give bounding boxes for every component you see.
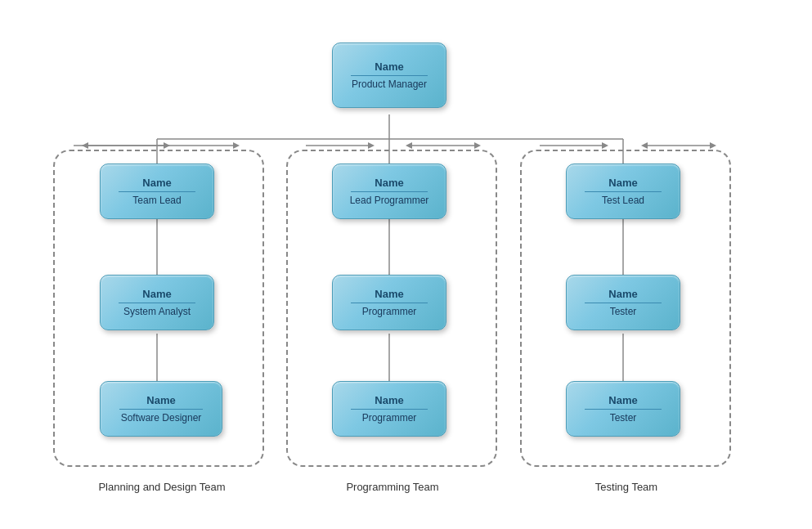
product-manager-node[interactable]: Name Product Manager (332, 43, 446, 108)
system-analyst-role: System Analyst (123, 306, 191, 317)
svg-marker-23 (602, 142, 608, 149)
team-lead-role: Team Lead (132, 195, 181, 206)
programmer2-role: Programmer (362, 412, 417, 424)
node-divider (351, 75, 428, 76)
lead-programmer-role: Lead Programmer (350, 195, 429, 206)
svg-marker-25 (641, 142, 648, 149)
svg-marker-21 (474, 142, 481, 149)
testing-team-label: Testing Team (536, 481, 716, 493)
node-divider (119, 191, 195, 192)
node-divider (351, 191, 428, 192)
svg-marker-26 (710, 142, 716, 149)
node-divider (351, 409, 428, 410)
product-manager-name: Name (375, 61, 403, 73)
node-divider (585, 191, 662, 192)
svg-marker-20 (406, 142, 412, 149)
programmer2-name: Name (375, 394, 403, 406)
software-designer-node[interactable]: Name Software Designer (100, 381, 222, 437)
team-lead-node[interactable]: Name Team Lead (100, 164, 214, 219)
svg-marker-15 (82, 142, 88, 149)
lead-programmer-node[interactable]: Name Lead Programmer (332, 164, 446, 219)
team-lead-name: Name (142, 177, 171, 189)
programming-team-label: Programming Team (303, 481, 482, 493)
programmer1-role: Programmer (362, 306, 417, 317)
programmer1-name: Name (375, 288, 403, 300)
planning-team-label: Planning and Design Team (72, 481, 252, 493)
tester1-name: Name (608, 288, 637, 300)
org-chart: Name Product Manager Name Team Lead Name… (0, 0, 812, 529)
software-designer-name: Name (146, 394, 175, 406)
tester1-node[interactable]: Name Tester (566, 275, 680, 330)
test-lead-node[interactable]: Name Test Lead (566, 164, 680, 219)
svg-marker-18 (368, 142, 375, 149)
test-lead-name: Name (608, 177, 637, 189)
node-divider (351, 303, 428, 303)
tester2-node[interactable]: Name Tester (566, 381, 680, 437)
node-divider (119, 303, 195, 303)
tester2-name: Name (608, 394, 637, 406)
test-lead-role: Test Lead (602, 195, 644, 206)
svg-marker-12 (164, 142, 170, 149)
system-analyst-node[interactable]: Name System Analyst (100, 275, 214, 330)
programmer1-node[interactable]: Name Programmer (332, 275, 446, 330)
tester2-role: Tester (610, 412, 637, 424)
product-manager-role: Product Manager (352, 78, 427, 90)
node-divider (585, 303, 662, 303)
tester1-role: Tester (610, 306, 637, 317)
node-divider (585, 409, 662, 410)
node-divider (119, 409, 203, 410)
lead-programmer-name: Name (375, 177, 403, 189)
system-analyst-name: Name (142, 288, 171, 300)
svg-marker-16 (233, 142, 240, 149)
programmer2-node[interactable]: Name Programmer (332, 381, 446, 437)
software-designer-role: Software Designer (121, 412, 202, 424)
